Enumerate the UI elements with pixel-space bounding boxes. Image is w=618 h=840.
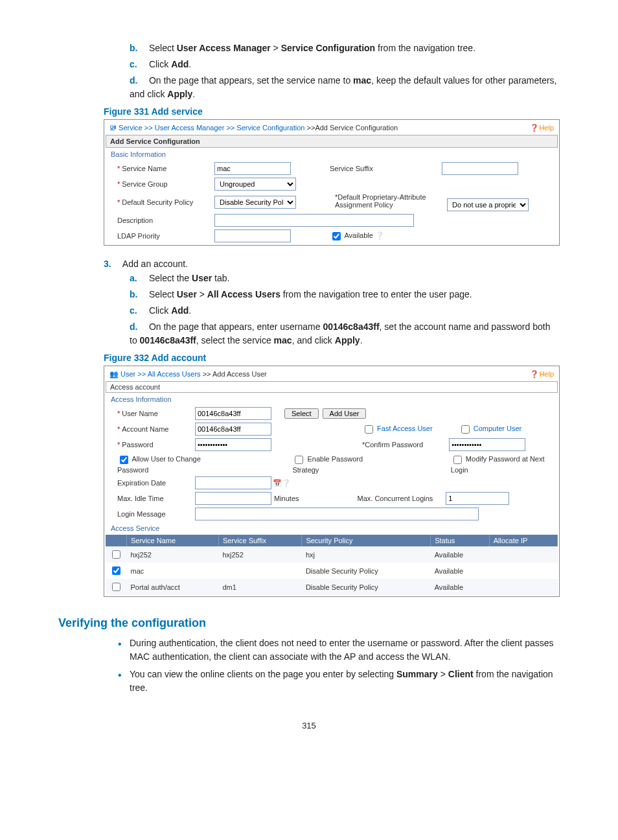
- available-check[interactable]: [332, 232, 341, 240]
- crumb-user[interactable]: User: [120, 370, 135, 378]
- calendar-icon[interactable]: 📅: [273, 479, 282, 487]
- crumb-add: >> Add Access User: [203, 370, 267, 378]
- step-b: b. Select User Access Manager > Service …: [130, 41, 560, 55]
- service-suffix-input[interactable]: [442, 162, 518, 175]
- cell-name: mac: [127, 563, 219, 579]
- cell-allocate: [489, 563, 557, 579]
- label: LDAP Priority: [117, 232, 160, 240]
- help-link[interactable]: ❓Help: [530, 370, 554, 379]
- figure-332-caption: Figure 332 Add account: [104, 353, 560, 363]
- help-icon[interactable]: ❔: [282, 479, 291, 487]
- substeps-3: a. Select the User tab. b. Select User >…: [58, 272, 560, 347]
- label: Default Security Policy: [122, 198, 193, 206]
- crumb-service[interactable]: Service: [119, 124, 143, 132]
- row-check[interactable]: [112, 550, 120, 559]
- username-input[interactable]: [195, 407, 271, 420]
- marker-3: 3.: [104, 259, 111, 269]
- def-prop-select[interactable]: Do not use a proprietar: [447, 198, 529, 211]
- cell-suffix: dm1: [218, 579, 301, 595]
- row-check[interactable]: [112, 583, 120, 591]
- cell-status: Available: [431, 579, 490, 595]
- maxconc-input[interactable]: [446, 492, 509, 505]
- computer-user-check[interactable]: [461, 425, 470, 434]
- cell-name: Portal auth/acct: [127, 579, 219, 595]
- row-desc: Description: [106, 213, 558, 228]
- add-account-panel: 👥 User >> All Access Users >> Add Access…: [104, 366, 560, 597]
- label: Default Proprietary-Attribute Assignment…: [335, 193, 426, 209]
- help-link[interactable]: ❓Help: [530, 124, 554, 132]
- row-idle: Max. Idle Time Minutes Max. Concurrent L…: [106, 491, 558, 506]
- label: Available: [344, 231, 372, 239]
- def-sec-select[interactable]: Disable Security Policy: [214, 196, 296, 209]
- row-service-name: *Service Name Service Suffix: [106, 161, 558, 176]
- cell-policy: Disable Security Policy: [302, 563, 431, 579]
- cell-allocate: [489, 546, 557, 563]
- modify-next-check[interactable]: [453, 456, 462, 464]
- section-title: Add Service Configuration: [106, 135, 558, 148]
- verify-list: During authentication, the client does n…: [58, 636, 560, 695]
- accountname-input[interactable]: [195, 423, 271, 436]
- cell-policy: Disable Security Policy: [302, 579, 431, 595]
- crumb-sc[interactable]: Service Configuration: [236, 124, 304, 132]
- breadcrumb: 🖳 Service >> User Access Manager >> Serv…: [106, 121, 558, 135]
- label: Service Name: [122, 165, 166, 172]
- figure-331-caption: Figure 331 Add service: [104, 106, 560, 117]
- row-def-sec: *Default Security Policy Disable Securit…: [106, 192, 558, 213]
- cell-allocate: [489, 579, 557, 595]
- row-service-group: *Service Group Ungrouped: [106, 176, 558, 192]
- allow-change-check[interactable]: [120, 456, 128, 464]
- cell-suffix: hxj252: [218, 546, 301, 563]
- section-title: Access account: [106, 381, 558, 393]
- crumb-all[interactable]: All Access Users: [148, 370, 201, 378]
- bold: mac: [353, 75, 371, 86]
- text: On the page that appears, set the servic…: [149, 75, 353, 86]
- text: from the navigation tree.: [375, 43, 475, 53]
- row-check[interactable]: [112, 566, 120, 575]
- crumb-add: >>Add Service Configuration: [307, 124, 398, 132]
- step-d: d. On the page that appears, set the ser…: [130, 74, 560, 101]
- row-username: *User Name Select Add User: [106, 406, 558, 421]
- idle-input[interactable]: [195, 492, 271, 505]
- expiration-input[interactable]: [195, 476, 271, 489]
- bold: Service Configuration: [281, 43, 375, 53]
- text: .: [192, 89, 195, 99]
- help-icon[interactable]: ❔: [375, 231, 384, 239]
- fast-access-check[interactable]: [365, 425, 373, 434]
- adduser-button[interactable]: Add User: [323, 408, 367, 419]
- text: Add an account.: [122, 259, 188, 269]
- breadcrumb: 👥 User >> All Access Users >> Add Access…: [106, 368, 558, 381]
- text: Click: [149, 59, 171, 69]
- bold: User Access Manager: [177, 43, 271, 53]
- step3-b: b. Select User > All Access Users from t…: [130, 288, 560, 301]
- access-service-title: Access Service: [106, 522, 558, 535]
- crumb-uam[interactable]: User Access Manager: [155, 124, 225, 132]
- cell-policy: hxj: [302, 546, 431, 563]
- verify-heading: Verifying the configuration: [58, 616, 560, 630]
- confirm-input[interactable]: [449, 438, 525, 451]
- cell-suffix: [218, 563, 301, 579]
- label: Service Group: [122, 180, 167, 188]
- bold: Apply: [167, 89, 192, 99]
- substeps-top: b. Select User Access Manager > Service …: [58, 41, 560, 101]
- label: Service Suffix: [330, 165, 440, 172]
- ldap-input[interactable]: [214, 229, 291, 242]
- description-input[interactable]: [214, 214, 414, 227]
- enable-strategy-check[interactable]: [295, 456, 303, 464]
- loginmsg-input[interactable]: [195, 508, 479, 520]
- cell-status: Available: [431, 563, 490, 579]
- verify-2: You can view the online clients on the p…: [130, 668, 560, 695]
- row-accountname: *Account Name Fast Access User Computer …: [106, 421, 558, 437]
- text: Select: [149, 43, 177, 53]
- step3-a: a. Select the User tab.: [130, 272, 560, 285]
- service-name-input[interactable]: [214, 162, 291, 175]
- service-group-select[interactable]: Ungrouped: [214, 178, 296, 191]
- password-input[interactable]: [195, 438, 271, 451]
- add-service-panel: 🖳 Service >> User Access Manager >> Serv…: [104, 119, 560, 246]
- select-button[interactable]: Select: [284, 408, 319, 419]
- verify-1: During authentication, the client does n…: [130, 636, 560, 664]
- access-info-title: Access Information: [106, 393, 558, 406]
- service-table: Service Name Service Suffix Security Pol…: [106, 535, 558, 595]
- user-icon: 👥: [109, 370, 120, 378]
- table-header: Service Name Service Suffix Security Pol…: [106, 535, 558, 546]
- step3-c: c. Click Add.: [130, 304, 560, 318]
